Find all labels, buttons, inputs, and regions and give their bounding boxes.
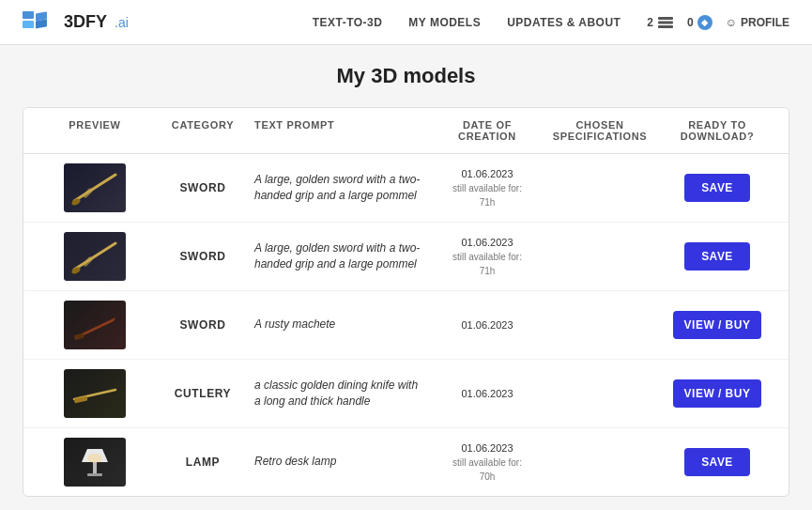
coins-display: 0 ◆ <box>687 15 712 30</box>
cell-date-4: 01.06.2023 <box>436 386 539 402</box>
logo-icon <box>23 9 56 36</box>
cell-category-2: SWORD <box>151 250 254 263</box>
cell-date-3: 01.06.2023 <box>436 317 539 333</box>
profile-button[interactable]: ☺ PROFILE <box>726 16 789 29</box>
cell-prompt-5: Retro desk lamp <box>254 454 436 470</box>
cell-prompt-3: A rusty machete <box>254 317 436 332</box>
col-header-specs: CHOSEN SPECIFICATIONS <box>539 119 661 142</box>
coins-count: 0 <box>687 16 694 29</box>
layers-icon <box>657 16 674 29</box>
logo[interactable]: 3DFY.ai <box>23 9 129 36</box>
coin-icon: ◆ <box>697 15 712 30</box>
view-buy-button-1[interactable]: VIEW / BUY <box>673 311 762 339</box>
profile-person-icon: ☺ <box>726 16 737 29</box>
svg-rect-1 <box>23 21 34 28</box>
cell-preview-1 <box>38 163 151 212</box>
cell-prompt-1: A large, golden sword with a two-handed … <box>254 172 436 205</box>
sword-image-1 <box>67 167 123 209</box>
col-header-preview: PREVIEW <box>38 119 151 142</box>
cell-date-1: 01.06.2023 still available for: 71h <box>436 166 539 210</box>
profile-label: PROFILE <box>741 16 789 29</box>
svg-line-9 <box>85 191 90 195</box>
page-title: My 3D models <box>23 64 789 88</box>
nav-updates-about[interactable]: UPDATES & ABOUT <box>507 16 620 29</box>
svg-rect-4 <box>658 17 673 20</box>
table-row: LAMP Retro desk lamp 01.06.2023 still av… <box>23 428 789 496</box>
nav-links: TEXT-TO-3D MY MODELS UPDATES & ABOUT <box>313 16 621 29</box>
svg-line-10 <box>74 243 115 270</box>
cell-category-1: SWORD <box>151 181 254 194</box>
col-header-category: CATEGORY <box>151 119 254 142</box>
cell-action-2: SAVE <box>661 242 774 270</box>
cell-category-5: LAMP <box>151 456 254 469</box>
knife-image <box>67 373 123 414</box>
svg-point-20 <box>87 454 102 463</box>
cell-preview-5 <box>38 438 151 487</box>
save-button-2[interactable]: SAVE <box>684 242 750 270</box>
cell-category-3: SWORD <box>151 318 254 332</box>
cell-prompt-4: a classic golden dining knife with a lon… <box>254 378 436 410</box>
table-header: PREVIEW CATEGORY TEXT PROMPT DATE OF CRE… <box>23 108 789 154</box>
svg-line-12 <box>85 259 90 264</box>
credits-count: 2 <box>647 16 653 29</box>
preview-image-4 <box>64 369 126 418</box>
credits-display: 2 <box>647 16 674 29</box>
machete-image <box>67 304 123 346</box>
save-button-1[interactable]: SAVE <box>684 174 750 202</box>
cell-preview-2 <box>38 232 151 281</box>
preview-image-2 <box>64 232 126 281</box>
svg-rect-0 <box>23 11 34 19</box>
cell-date-5: 01.06.2023 still available for: 70h <box>436 440 539 485</box>
view-buy-button-2[interactable]: VIEW / BUY <box>673 379 762 408</box>
cell-preview-3 <box>38 301 151 349</box>
svg-rect-14 <box>74 333 84 340</box>
nav-right: 2 0 ◆ ☺ PROFILE <box>647 15 789 30</box>
svg-line-7 <box>74 175 115 201</box>
logo-text: 3DFY <box>64 12 107 32</box>
logo-suffix: .ai <box>115 15 129 30</box>
sword-image-2 <box>67 236 123 277</box>
save-button-3[interactable]: SAVE <box>684 448 750 476</box>
page-content: My 3D models PREVIEW CATEGORY TEXT PROMP… <box>0 45 812 510</box>
cell-action-3: VIEW / BUY <box>661 311 774 339</box>
col-header-download: READY TO DOWNLOAD? <box>661 119 774 142</box>
nav-my-models[interactable]: MY MODELS <box>408 16 481 29</box>
svg-rect-18 <box>93 462 97 473</box>
svg-rect-19 <box>87 473 102 476</box>
table-row: SWORD A large, golden sword with a two-h… <box>23 223 789 291</box>
col-header-text-prompt: TEXT PROMPT <box>254 119 436 142</box>
cell-action-4: VIEW / BUY <box>661 379 774 408</box>
table-row: SWORD A large, golden sword with a two-h… <box>23 154 789 223</box>
svg-rect-6 <box>658 25 673 28</box>
svg-rect-5 <box>658 21 673 23</box>
preview-image-1 <box>64 163 126 212</box>
cell-action-1: SAVE <box>661 174 774 202</box>
cell-prompt-2: A large, golden sword with a two-handed … <box>254 240 436 273</box>
cell-date-2: 01.06.2023 still available for: 71h <box>436 235 539 279</box>
preview-image-3 <box>64 301 126 349</box>
table-row: CUTLERY a classic golden dining knife wi… <box>23 360 789 428</box>
table-row: SWORD A rusty machete 01.06.2023 VIEW / … <box>23 291 789 360</box>
cell-action-5: SAVE <box>661 448 774 476</box>
navbar: 3DFY.ai TEXT-TO-3D MY MODELS UPDATES & A… <box>0 0 812 45</box>
nav-text-to-3d[interactable]: TEXT-TO-3D <box>313 16 383 29</box>
cell-preview-4 <box>38 369 151 418</box>
col-header-date: DATE OF CREATION <box>436 119 539 142</box>
cell-category-4: CUTLERY <box>151 387 254 400</box>
models-table: PREVIEW CATEGORY TEXT PROMPT DATE OF CRE… <box>23 107 789 497</box>
lamp-image <box>67 441 123 483</box>
preview-image-5 <box>64 438 126 487</box>
